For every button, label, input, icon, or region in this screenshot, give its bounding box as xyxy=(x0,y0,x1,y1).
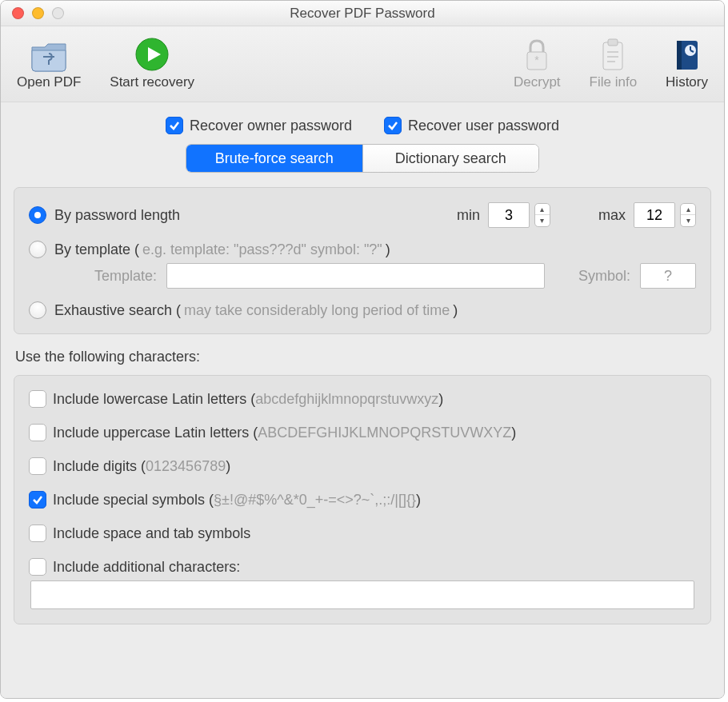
symbol-field-label: Symbol: xyxy=(578,268,630,285)
zoom-window-button[interactable] xyxy=(52,7,64,19)
lowercase-checkbox[interactable] xyxy=(29,390,46,408)
file-info-label: File info xyxy=(590,74,638,90)
digits-checkbox[interactable] xyxy=(29,457,46,475)
history-label: History xyxy=(666,74,708,90)
recover-user-label: Recover user password xyxy=(408,118,559,134)
template-field-label: Template: xyxy=(69,268,157,285)
play-icon xyxy=(132,34,172,74)
checkbox-icon xyxy=(384,117,402,134)
charset-group: Include lowercase Latin letters ( abcdef… xyxy=(14,375,711,624)
uppercase-label: Include uppercase Latin letters ( xyxy=(53,425,258,441)
folder-pdf-icon xyxy=(29,34,69,74)
lowercase-label: Include lowercase Latin letters ( xyxy=(53,391,255,408)
by-length-label: By password length xyxy=(54,207,180,224)
digits-close: ) xyxy=(226,458,230,475)
close-window-button[interactable] xyxy=(12,7,24,19)
titlebar: Recover PDF Password xyxy=(1,1,724,26)
recover-owner-label: Recover owner password xyxy=(190,118,352,134)
by-length-radio[interactable] xyxy=(29,206,46,224)
chevron-up-icon: ▴ xyxy=(535,204,550,215)
search-mode-tabs: Brute-force search Dictionary search xyxy=(186,144,539,173)
space-checkbox[interactable] xyxy=(29,525,46,542)
uppercase-checkbox[interactable] xyxy=(29,424,46,441)
additional-characters-input[interactable] xyxy=(30,580,694,609)
app-window: Recover PDF Password Open PDF St xyxy=(0,0,725,699)
space-label: Include space and tab symbols xyxy=(53,525,250,542)
template-input[interactable] xyxy=(166,263,545,289)
max-length-input[interactable] xyxy=(634,202,675,228)
max-length-stepper[interactable]: ▴ ▾ xyxy=(680,203,696,227)
toolbar: Open PDF Start recovery * Decry xyxy=(1,26,724,102)
special-close: ) xyxy=(416,492,421,509)
start-recovery-label: Start recovery xyxy=(110,74,194,90)
search-mode-group: By password length min ▴ ▾ max xyxy=(14,187,711,334)
tab-dictionary[interactable]: Dictionary search xyxy=(362,145,539,172)
lowercase-close: ) xyxy=(438,391,443,408)
file-info-button[interactable]: File info xyxy=(590,34,638,90)
special-checkbox[interactable] xyxy=(29,491,46,509)
recover-owner-checkbox[interactable]: Recover owner password xyxy=(166,117,352,134)
exhaustive-label-close: ) xyxy=(453,302,458,319)
decrypt-button[interactable]: * Decrypt xyxy=(514,34,561,90)
decrypt-label: Decrypt xyxy=(514,74,561,90)
tab-brute-force[interactable]: Brute-force search xyxy=(186,145,362,172)
special-label: Include special symbols ( xyxy=(53,492,214,509)
min-label: min xyxy=(457,207,480,224)
charset-title: Use the following characters: xyxy=(15,349,711,365)
special-hint: §±!@#$%^&*0_+-=<>?~`,.;:/|[]{} xyxy=(214,492,416,509)
recover-user-checkbox[interactable]: Recover user password xyxy=(384,117,559,134)
svg-rect-11 xyxy=(677,41,682,70)
by-template-label-close: ) xyxy=(386,241,390,258)
max-label: max xyxy=(598,207,626,224)
minimize-window-button[interactable] xyxy=(32,7,44,19)
by-template-radio[interactable] xyxy=(29,241,46,258)
content-area: Recover owner password Recover user pass… xyxy=(1,102,724,698)
clipboard-icon xyxy=(593,34,633,74)
additional-checkbox[interactable] xyxy=(29,558,46,576)
chevron-up-icon: ▴ xyxy=(681,204,695,215)
start-recovery-button[interactable]: Start recovery xyxy=(110,34,194,90)
digits-label: Include digits ( xyxy=(53,458,146,475)
window-title: Recover PDF Password xyxy=(1,6,724,22)
uppercase-hint: ABCDEFGHIJKLMNOPQRSTUVWXYZ xyxy=(258,425,511,441)
exhaustive-radio[interactable] xyxy=(29,301,46,319)
chevron-down-icon: ▾ xyxy=(535,215,550,226)
svg-text:*: * xyxy=(535,54,540,66)
history-button[interactable]: History xyxy=(666,34,708,90)
open-pdf-label: Open PDF xyxy=(17,74,81,90)
checkbox-icon xyxy=(166,117,183,134)
svg-rect-6 xyxy=(608,39,618,46)
by-template-hint: e.g. template: "pass???d" symbol: "?" xyxy=(142,241,382,258)
lock-icon: * xyxy=(517,34,557,74)
chevron-down-icon: ▾ xyxy=(681,215,695,226)
min-length-stepper[interactable]: ▴ ▾ xyxy=(534,203,550,227)
digits-hint: 0123456789 xyxy=(146,458,226,475)
history-book-icon xyxy=(667,34,707,74)
open-pdf-button[interactable]: Open PDF xyxy=(17,34,81,90)
window-controls xyxy=(1,7,64,19)
min-length-input[interactable] xyxy=(488,202,530,228)
exhaustive-label: Exhaustive search ( xyxy=(54,302,181,319)
uppercase-close: ) xyxy=(511,425,516,441)
exhaustive-hint: may take considerably long period of tim… xyxy=(184,302,450,319)
by-template-label: By template ( xyxy=(54,241,139,258)
additional-label: Include additional characters: xyxy=(53,559,240,576)
lowercase-hint: abcdefghijklmnopqrstuvwxyz xyxy=(255,391,438,408)
symbol-input[interactable] xyxy=(640,263,696,289)
